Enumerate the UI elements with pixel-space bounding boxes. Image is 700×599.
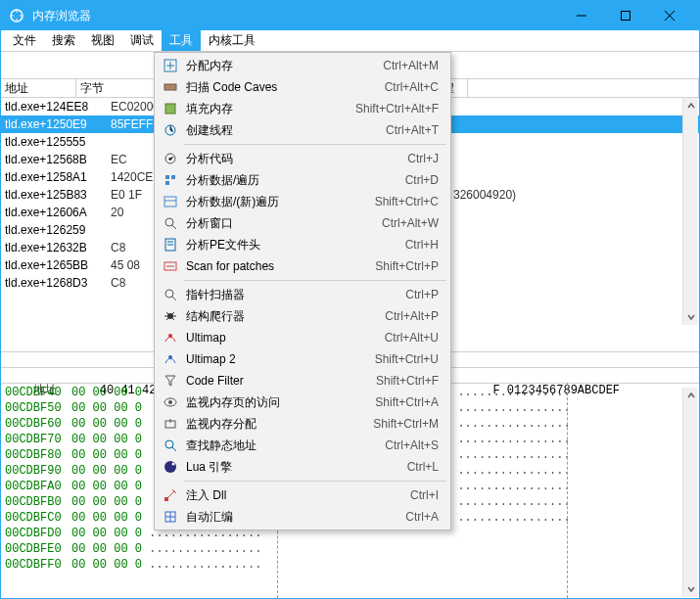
menu-item[interactable]: Scan for patchesShift+Ctrl+P <box>157 255 448 277</box>
menu-item[interactable]: 分析代码Ctrl+J <box>157 148 448 169</box>
addr-cell: tld.exe+12632B <box>5 241 111 254</box>
hex-ascii: 0 ................ <box>443 401 571 417</box>
menu-item[interactable]: 填充内存Shift+Ctrl+Alt+F <box>157 98 448 119</box>
svg-rect-3 <box>164 84 176 90</box>
hex-row[interactable]: 00CDBFF000 00 00 0 ................ <box>1 558 699 574</box>
menu-item[interactable]: 查找静态地址Ctrl+Alt+S <box>157 435 448 456</box>
hex-bytes: 00 00 00 0 <box>71 401 142 417</box>
hex-addr: 00CDBFB0 <box>1 495 71 511</box>
menu-item[interactable]: Code FilterShift+Ctrl+F <box>157 370 448 392</box>
menu-item-label: 自动汇编 <box>180 509 405 526</box>
addr-cell: tld.exe+12568B <box>5 153 111 166</box>
code-filter-icon <box>161 373 180 389</box>
addr-cell: tld.exe+1250E9 <box>5 117 111 131</box>
col-extra[interactable] <box>468 79 699 97</box>
menu-item-label: Ultimap <box>180 331 385 345</box>
menu-item[interactable]: 扫描 Code CavesCtrl+Alt+C <box>157 76 448 98</box>
scroll-up-icon[interactable] <box>683 98 698 114</box>
menu-item[interactable]: 指针扫描器Ctrl+P <box>157 284 448 305</box>
disasm-scrollbar[interactable] <box>682 98 698 325</box>
svg-point-11 <box>165 218 173 226</box>
maximize-button[interactable] <box>603 1 647 30</box>
menu-item[interactable]: 创建线程Ctrl+Alt+T <box>157 119 448 141</box>
svg-point-21 <box>165 440 173 448</box>
menu-item[interactable]: 分析数据/(新)遍历Shift+Ctrl+C <box>157 191 448 212</box>
thread-icon <box>161 122 180 138</box>
menubar[interactable]: 文件搜索视图调试工具内核工具 <box>1 30 699 52</box>
hex-ascii: 0 ................ <box>443 511 571 527</box>
menu-item[interactable]: Lua 引擎Ctrl+L <box>157 456 448 478</box>
col-address[interactable]: 地址 <box>1 79 76 97</box>
fill-icon <box>161 101 180 116</box>
menu-item-shortcut: Ctrl+Alt+P <box>385 309 444 323</box>
menu-item[interactable]: 结构爬行器Ctrl+Alt+P <box>157 305 448 327</box>
addr-cell: tld.exe+1258A1 <box>5 170 111 184</box>
scroll-down-icon[interactable] <box>683 581 698 597</box>
hex-ascii: 0 ................ <box>443 495 571 511</box>
menu-item[interactable]: 分析PE文件头Ctrl+H <box>157 234 448 255</box>
svg-point-23 <box>172 463 175 466</box>
menu-item-shortcut: Ctrl+Alt+T <box>386 123 444 137</box>
menu-item-shortcut: Shift+Ctrl+Alt+F <box>355 102 444 115</box>
lua-icon <box>161 459 180 475</box>
watch-alloc-icon <box>161 416 180 432</box>
hex-bytes: 00 00 00 0 <box>71 433 142 448</box>
menu-item-shortcut: Shift+Ctrl+U <box>375 352 444 366</box>
menu-item-label: 分析数据/遍历 <box>180 172 405 189</box>
menu-4[interactable]: 工具 <box>162 30 201 51</box>
menu-item-label: 注入 Dll <box>180 487 410 504</box>
hex-addr: 00CDBF50 <box>1 401 71 417</box>
close-button[interactable] <box>647 1 691 30</box>
menu-0[interactable]: 文件 <box>5 30 44 51</box>
menu-item[interactable]: 分配内存Ctrl+Alt+M <box>157 55 448 76</box>
ultimap-icon <box>161 330 180 346</box>
addr-cell: tld.exe+124EE8 <box>5 100 111 114</box>
menu-item[interactable]: 分析数据/遍历Ctrl+D <box>157 169 448 191</box>
svg-rect-8 <box>171 175 175 179</box>
scroll-up-icon[interactable] <box>683 388 698 403</box>
menu-1[interactable]: 搜索 <box>44 30 83 51</box>
app-icon <box>9 8 24 23</box>
minimize-button[interactable] <box>559 1 603 30</box>
hex-bytes: 00 00 00 0 <box>71 542 142 558</box>
hex-ascii-caret-col <box>567 383 568 598</box>
menu-item-shortcut: Ctrl+Alt+C <box>385 80 444 94</box>
hex-ascii: 0 ................ <box>443 433 571 448</box>
analyze-data-new-icon <box>161 194 180 209</box>
analyze-code-icon <box>161 151 180 166</box>
hex-scrollbar[interactable] <box>682 388 698 597</box>
menu-item[interactable]: Ultimap 2Shift+Ctrl+U <box>157 348 448 370</box>
menu-item[interactable]: 注入 DllCtrl+I <box>157 484 448 506</box>
hex-addr: 00CDBF40 <box>1 386 71 401</box>
menu-item-shortcut: Shift+Ctrl+A <box>375 395 444 409</box>
hex-addr: 00CDBF70 <box>1 433 71 448</box>
menu-item[interactable]: 监视内存页的访问Shift+Ctrl+A <box>157 392 448 413</box>
menu-5[interactable]: 内核工具 <box>201 30 263 51</box>
menu-item[interactable]: 自动汇编Ctrl+A <box>157 506 448 528</box>
hex-ascii: 0 ................ <box>443 480 571 495</box>
menu-item[interactable]: 监视内存分配Shift+Ctrl+M <box>157 413 448 435</box>
window-title: 内存浏览器 <box>32 8 559 24</box>
inject-dll-icon <box>161 487 180 503</box>
svg-point-19 <box>168 400 172 404</box>
hex-row[interactable]: 00CDBFE000 00 00 0 ................ <box>1 542 699 558</box>
hex-ascii: 0 ................ <box>443 448 571 464</box>
menu-item-label: 分析窗口 <box>180 215 382 232</box>
hex-addr: 00CDBFA0 <box>1 480 71 495</box>
hex-ascii: 0 ................ <box>443 464 571 480</box>
plus-icon <box>161 58 180 73</box>
tools-menu-dropdown[interactable]: 分配内存Ctrl+Alt+M扫描 Code CavesCtrl+Alt+C填充内… <box>154 52 451 530</box>
menu-2[interactable]: 视图 <box>83 30 122 51</box>
menu-item-label: 指针扫描器 <box>180 287 405 303</box>
hex-addr: 00CDBF80 <box>1 448 71 464</box>
menu-3[interactable]: 调试 <box>122 30 162 51</box>
hex-bytes: 00 00 00 0 <box>71 448 142 464</box>
hex-ascii: 0 ................ <box>443 386 571 401</box>
menu-item[interactable]: UltimapCtrl+Alt+U <box>157 327 448 348</box>
menu-item-shortcut: Ctrl+Alt+U <box>385 331 444 345</box>
hex-addr: 00CDBFF0 <box>1 558 71 574</box>
scroll-down-icon[interactable] <box>683 309 698 325</box>
menu-item-shortcut: Ctrl+J <box>407 152 444 165</box>
menu-item-label: 创建线程 <box>180 122 386 139</box>
menu-item[interactable]: 分析窗口Ctrl+Alt+W <box>157 212 448 234</box>
